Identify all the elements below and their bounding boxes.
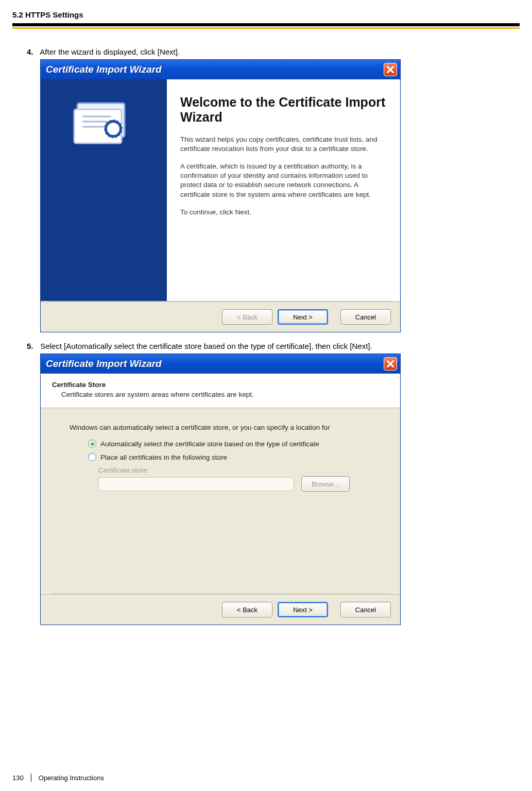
wizard-footer: < Back Next > Cancel	[41, 594, 400, 625]
radio-icon	[88, 453, 96, 461]
radio-place-all[interactable]: Place all certificates in the following …	[88, 453, 380, 461]
x-icon	[387, 66, 394, 73]
wizard-content: Welcome to the Certificate Import Wizard…	[167, 79, 400, 301]
titlebar: Certificate Import Wizard	[41, 60, 400, 79]
cancel-button[interactable]: Cancel	[340, 602, 391, 617]
wizard-heading: Welcome to the Certificate Import Wizard	[180, 95, 387, 125]
wizard-window-2: Certificate Import Wizard Certificate St…	[40, 354, 401, 625]
wizard-paragraph: A certificate, which is issued by a cert…	[180, 162, 387, 199]
window-title: Certificate Import Wizard	[46, 358, 384, 369]
step-text: Select [Automatically select the certifi…	[40, 342, 372, 350]
step-5: 5. Select [Automatically select the cert…	[27, 342, 520, 625]
close-icon[interactable]	[384, 357, 397, 371]
store-input	[98, 477, 294, 491]
radio-label: Automatically select the certificate sto…	[100, 440, 319, 448]
wizard-paragraph: To continue, click Next.	[180, 208, 387, 217]
radio-auto-select[interactable]: Automatically select the certificate sto…	[88, 440, 380, 448]
titlebar: Certificate Import Wizard	[41, 354, 400, 374]
radio-label: Place all certificates in the following …	[100, 453, 227, 461]
back-button[interactable]: < Back	[222, 309, 272, 325]
wizard-content: Windows can automatically select a certi…	[41, 408, 400, 594]
step-text: After the wizard is displayed, click [Ne…	[40, 47, 180, 56]
wizard-subheader: Certificate Store Certificate stores are…	[41, 374, 400, 408]
wizard-body: Certificate Store Certificate stores are…	[41, 374, 400, 625]
next-button[interactable]: Next >	[278, 602, 328, 617]
svg-point-6	[107, 123, 119, 135]
window-title: Certificate Import Wizard	[46, 64, 384, 75]
radio-icon-selected	[88, 440, 96, 448]
browse-button[interactable]: Browse...	[301, 476, 350, 492]
subheader-sub: Certificate stores are system areas wher…	[61, 391, 389, 398]
next-button[interactable]: Next >	[278, 309, 328, 325]
wizard-sidebar	[41, 79, 167, 301]
header-rule-black	[12, 23, 520, 26]
certificate-icon	[49, 99, 159, 150]
step-number: 4.	[27, 47, 38, 56]
header-rule-yellow	[12, 27, 520, 29]
section-title: 5.2 HTTPS Settings	[12, 10, 520, 19]
back-button[interactable]: < Back	[222, 602, 272, 617]
close-icon[interactable]	[384, 63, 397, 76]
subheader-title: Certificate Store	[52, 381, 389, 389]
wizard-window-1: Certificate Import Wizard	[40, 59, 401, 332]
certificate-store-row: Certificate store: Browse...	[98, 466, 380, 492]
intro-text: Windows can automatically select a certi…	[70, 424, 380, 431]
wizard-body: Welcome to the Certificate Import Wizard…	[41, 79, 400, 301]
store-label: Certificate store:	[98, 466, 380, 474]
wizard-footer: < Back Next > Cancel	[41, 301, 400, 332]
step-4: 4. After the wizard is displayed, click …	[27, 47, 520, 332]
wizard-paragraph: This wizard helps you copy certificates,…	[180, 135, 387, 154]
cancel-button[interactable]: Cancel	[340, 309, 391, 325]
step-number: 5.	[27, 342, 38, 350]
x-icon	[387, 360, 394, 367]
